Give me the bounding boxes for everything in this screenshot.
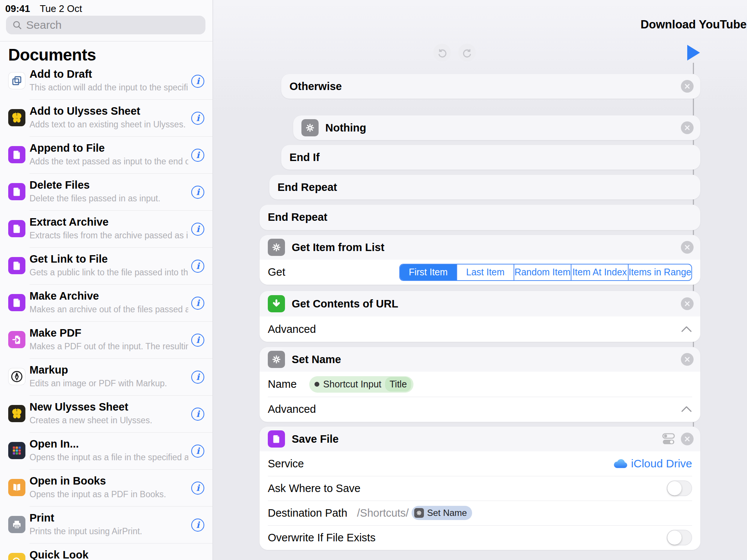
service-row[interactable]: Service iCloud Drive <box>260 451 700 476</box>
list-item-get-link-to-file[interactable]: Get Link to FileGets a public link to th… <box>0 248 213 285</box>
list-item-add-to-ulysses-sheet[interactable]: Add to Ulysses SheetAdds text to an exis… <box>0 100 213 137</box>
segment-item-at-index[interactable]: Item At Index <box>571 264 628 280</box>
connector-line <box>693 140 694 145</box>
redo-button[interactable] <box>458 44 476 61</box>
param-label-get: Get <box>268 266 285 278</box>
connector-line <box>693 170 694 175</box>
action-name: Quick Look <box>30 549 89 560</box>
action-title: Nothing <box>325 122 366 134</box>
list-item-quick-look[interactable]: Quick Look <box>0 544 213 560</box>
list-item-add-to-draft[interactable]: Add to DraftThis action will add the inp… <box>0 63 213 100</box>
list-item-new-ulysses-sheet[interactable]: New Ulysses SheetCreates a new sheet in … <box>0 396 213 433</box>
action-name: Markup <box>30 364 68 376</box>
ask-where-to-save-row: Ask Where to Save <box>260 476 700 501</box>
icloud-drive-icon <box>613 459 628 469</box>
service-value[interactable]: iCloud Drive <box>613 457 692 470</box>
gear-icon <box>301 119 319 136</box>
token-label: Set Name <box>427 508 467 518</box>
run-shortcut-button[interactable] <box>686 44 701 61</box>
param-label-name: Name <box>268 378 297 390</box>
info-button[interactable] <box>191 186 204 199</box>
info-button[interactable] <box>191 519 204 532</box>
remove-action-button[interactable] <box>681 121 694 134</box>
info-button[interactable] <box>191 149 204 162</box>
action-get-item-from-list[interactable]: Get Item from List Get First Item Last I… <box>260 235 700 285</box>
action-description: Prints the input using AirPrint. <box>30 526 188 536</box>
search-input[interactable]: Search <box>6 16 205 34</box>
connector-line <box>693 285 694 291</box>
action-otherwise[interactable]: Otherwise <box>281 74 700 99</box>
overwrite-toggle-off[interactable] <box>667 530 692 545</box>
action-nothing[interactable]: Nothing <box>293 115 700 140</box>
info-button[interactable] <box>191 371 204 384</box>
remove-action-button[interactable] <box>681 297 694 310</box>
list-item-make-archive[interactable]: Make ArchiveMakes an archive out of the … <box>0 285 213 322</box>
list-item-extract-archive[interactable]: Extract ArchiveExtracts files from the a… <box>0 211 213 248</box>
action-label: End Repeat <box>268 211 328 223</box>
info-button[interactable] <box>191 334 204 347</box>
action-name: Extract Archive <box>30 216 109 228</box>
action-save-file[interactable]: Save File Service iCloud Drive Ask Where… <box>260 427 700 550</box>
segment-random-item[interactable]: Random Item <box>514 264 571 280</box>
sidebar-divider <box>0 41 213 41</box>
action-end-if[interactable]: End If <box>281 145 700 170</box>
action-name: Make Archive <box>30 290 99 302</box>
action-end-repeat-inner[interactable]: End Repeat <box>269 175 700 199</box>
destination-path-label: Destination Path <box>268 507 347 519</box>
action-description: Edits an image or PDF with Markup. <box>30 378 188 389</box>
remove-action-button[interactable] <box>681 353 694 366</box>
action-set-name[interactable]: Set Name Name Shortcut Input Title Advan… <box>260 347 700 422</box>
info-button[interactable] <box>191 445 204 458</box>
action-name: Add to Draft <box>30 68 92 80</box>
show-more-toggles-icon[interactable] <box>661 433 676 445</box>
list-item-markup[interactable]: MarkupEdits an image or PDF with Markup. <box>0 359 213 396</box>
segment-first-item[interactable]: First Item <box>400 264 456 280</box>
info-button[interactable] <box>191 408 204 421</box>
list-item-append-to-file[interactable]: Append to FileAdds the text passed as in… <box>0 137 213 174</box>
remove-action-button[interactable] <box>681 80 694 93</box>
info-button[interactable] <box>191 482 204 495</box>
action-name: Append to File <box>30 142 105 154</box>
segment-items-in-range[interactable]: Items in Range <box>628 264 691 280</box>
undo-button[interactable] <box>433 44 451 61</box>
destination-path-row[interactable]: Destination Path /Shortcuts/ Set Name <box>260 501 700 525</box>
action-label: End Repeat <box>278 181 337 194</box>
action-end-repeat-outer[interactable]: End Repeat <box>260 205 700 230</box>
info-button[interactable] <box>191 260 204 273</box>
action-name: Delete Files <box>30 179 90 191</box>
clock-text: 09:41 <box>5 3 30 14</box>
segment-last-item[interactable]: Last Item <box>456 264 514 280</box>
action-list: Add to DraftThis action will add the inp… <box>0 63 213 560</box>
action-name: Make PDF <box>30 327 81 339</box>
action-title: Set Name <box>292 353 341 366</box>
get-item-segmented-control: First Item Last Item Random Item Item At… <box>399 264 692 281</box>
advanced-label: Advanced <box>268 403 316 415</box>
action-library-sidebar: 09:41Tue 2 Oct Search Documents Add to D… <box>0 0 213 560</box>
undo-icon <box>437 47 447 58</box>
action-name: Print <box>30 512 54 524</box>
action-description: Adds the text passed as input to the end… <box>30 157 188 167</box>
remove-action-button[interactable] <box>681 433 694 445</box>
variable-token-shortcut-input[interactable]: Shortcut Input Title <box>309 376 413 393</box>
connector-line <box>693 230 694 235</box>
list-item-make-pdf[interactable]: Make PDFMakes a PDF out of the input. Th… <box>0 322 213 359</box>
ask-where-to-save-toggle-off[interactable] <box>667 480 692 496</box>
remove-action-button[interactable] <box>681 241 694 254</box>
action-title: Save File <box>292 433 339 445</box>
variable-property[interactable]: Title <box>385 377 411 392</box>
variable-token-set-name[interactable]: Set Name <box>412 506 472 520</box>
info-button[interactable] <box>191 112 204 125</box>
advanced-row[interactable]: Advanced <box>260 316 700 342</box>
list-item-open-in-books[interactable]: Open in BooksOpens the input as a PDF in… <box>0 470 213 507</box>
list-item-open-in[interactable]: Open In...Opens the input as a file in t… <box>0 433 213 470</box>
advanced-row[interactable]: Advanced <box>260 397 700 421</box>
action-get-contents-of-url[interactable]: Get Contents of URL Advanced <box>260 291 700 342</box>
close-icon <box>684 83 690 89</box>
list-item-delete-files[interactable]: Delete FilesDelete the files passed in a… <box>0 174 213 211</box>
info-button[interactable] <box>191 75 204 88</box>
list-item-print[interactable]: PrintPrints the input using AirPrint. <box>0 507 213 544</box>
variable-name: Shortcut Input <box>323 379 381 390</box>
info-button[interactable] <box>191 223 204 236</box>
action-description: This action will add the input to the sp… <box>30 83 188 93</box>
info-button[interactable] <box>191 297 204 310</box>
